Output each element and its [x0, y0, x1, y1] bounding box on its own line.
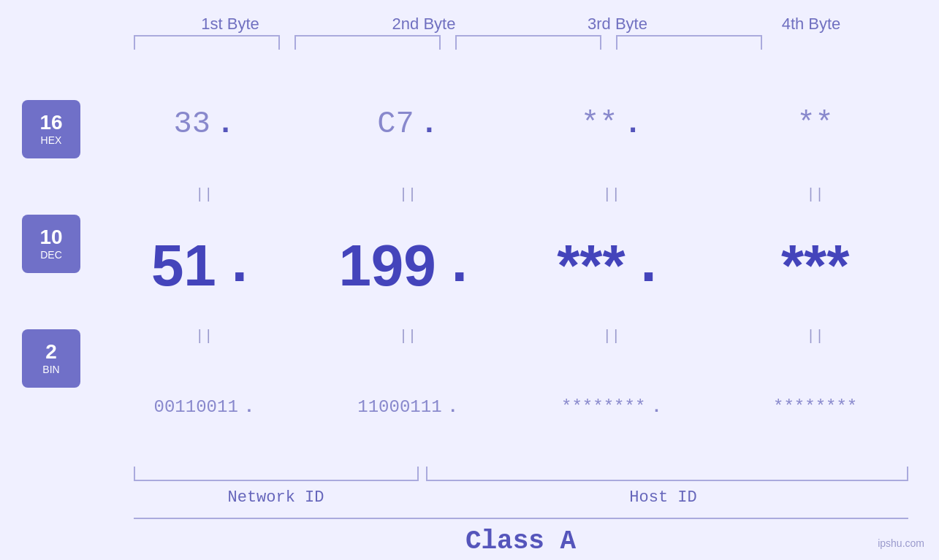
sep-1: ||: [131, 186, 277, 203]
sep-3: ||: [539, 186, 685, 203]
dec-name: DEC: [40, 249, 62, 261]
sep-row-1: || || || ||: [102, 184, 917, 206]
dec-cell-1: 51 .: [109, 232, 299, 299]
bracket-4: [616, 35, 762, 50]
sep-5: ||: [131, 328, 277, 345]
bracket-3: [455, 35, 601, 50]
hex-dot-1: .: [216, 107, 235, 142]
hex-dot-3: .: [623, 107, 642, 142]
host-id-label: Host ID: [419, 488, 908, 507]
dec-cell-4: ***: [721, 232, 911, 299]
byte3-header: 3rd Byte: [544, 15, 691, 34]
bracket-1: [134, 35, 280, 50]
network-id-label: Network ID: [134, 488, 419, 507]
bin-cell-2: 11000111 .: [313, 397, 503, 417]
hex-cell-3: ** .: [517, 107, 707, 142]
bin-dot-1: .: [244, 397, 254, 417]
byte1-header: 1st Byte: [157, 15, 303, 34]
sep-row-2: || || || ||: [102, 325, 917, 347]
hex-number: 16: [39, 112, 62, 133]
bin-val-4: ********: [773, 397, 857, 417]
sep-2: ||: [335, 186, 481, 203]
main-content: 16 HEX 10 DEC 2 BIN 33 . C7: [0, 64, 939, 467]
bin-badge: 2 BIN: [22, 329, 80, 388]
dec-cell-3: *** .: [517, 232, 707, 299]
bottom-section: Network ID Host ID: [134, 467, 908, 507]
dec-number: 10: [39, 227, 62, 248]
dec-val-4: ***: [781, 232, 849, 299]
sep-6: ||: [335, 328, 481, 345]
bin-dot-2: .: [448, 397, 458, 417]
hex-cell-1: 33 .: [109, 107, 299, 142]
bin-val-3: ********: [561, 397, 645, 417]
bin-cell-4: ********: [721, 397, 911, 417]
dec-val-2: 199: [338, 232, 436, 299]
class-label: Class A: [465, 526, 576, 556]
bin-val-1: 00110011: [154, 397, 238, 417]
byte-headers: 1st Byte 2nd Byte 3rd Byte 4th Byte: [134, 15, 908, 34]
byte2-header: 2nd Byte: [351, 15, 497, 34]
hex-row: 33 . C7 . ** . **: [102, 64, 917, 184]
dec-row: 51 . 199 . *** . ***: [102, 206, 917, 326]
main-container: 1st Byte 2nd Byte 3rd Byte 4th Byte 16 H…: [0, 0, 939, 560]
dec-val-3: ***: [557, 232, 625, 299]
hex-val-3: **: [581, 107, 617, 142]
sep-7: ||: [539, 328, 685, 345]
dec-cell-2: 199 .: [313, 232, 503, 299]
bin-cell-3: ******** .: [517, 397, 707, 417]
sep-4: ||: [742, 186, 889, 203]
hex-val-4: **: [797, 107, 833, 142]
watermark: ipshu.com: [878, 537, 924, 549]
network-bracket: [134, 467, 419, 481]
bin-val-2: 11000111: [357, 397, 441, 417]
bottom-labels: Network ID Host ID: [134, 488, 908, 507]
class-row: Class A: [134, 518, 908, 556]
top-brackets: [134, 35, 908, 57]
hex-name: HEX: [41, 134, 62, 146]
byte4-header: 4th Byte: [738, 15, 884, 34]
hex-cell-4: **: [721, 107, 911, 142]
hex-val-1: 33: [174, 107, 210, 142]
hex-dot-2: .: [420, 107, 438, 142]
dec-dot-2: .: [442, 232, 477, 299]
hex-cell-2: C7 .: [313, 107, 503, 142]
sep-8: ||: [742, 328, 889, 345]
dec-dot-3: .: [631, 232, 666, 299]
host-bracket: [426, 467, 908, 481]
dec-dot-1: .: [222, 232, 257, 299]
dec-val-1: 51: [151, 232, 216, 299]
bin-dot-3: .: [651, 397, 661, 417]
hex-val-2: C7: [377, 107, 414, 142]
base-labels: 16 HEX 10 DEC 2 BIN: [0, 64, 102, 467]
hex-badge: 16 HEX: [22, 100, 80, 158]
dec-badge: 10 DEC: [22, 215, 80, 273]
bin-row: 00110011 . 11000111 . ******** . *******…: [102, 347, 917, 467]
bin-number: 2: [45, 342, 57, 362]
bin-cell-1: 00110011 .: [109, 397, 299, 417]
bracket-2: [294, 35, 441, 50]
data-grid: 33 . C7 . ** . ** || || ||: [102, 64, 939, 467]
bottom-brackets: [134, 467, 908, 485]
bin-name: BIN: [42, 364, 59, 375]
